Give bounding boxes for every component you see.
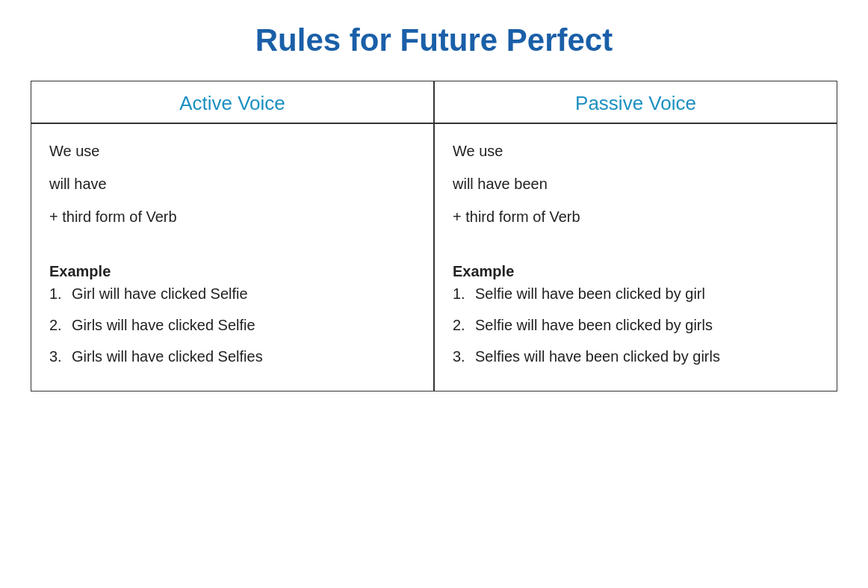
passive-voice-header: Passive Voice (434, 81, 837, 124)
active-voice-header: Active Voice (31, 81, 435, 124)
examples-row: Example 1.Girl will have clicked Selfie … (31, 250, 837, 392)
passive-example-label: Example (453, 263, 819, 280)
page-title: Rules for Future Perfect (31, 22, 837, 58)
passive-example-2: 2.Selfie will have been clicked by girls (453, 315, 819, 335)
active-rule-2: will have (49, 170, 415, 197)
passive-rule-1: We use (453, 137, 819, 164)
passive-rules-cell: We use will have been + third form of Ve… (434, 123, 837, 250)
passive-example-3: 3.Selfies will have been clicked by girl… (453, 346, 819, 367)
passive-examples-list: 1.Selfie will have been clicked by girl … (453, 283, 819, 367)
page-container: Rules for Future Perfect Active Voice Pa… (31, 22, 837, 392)
active-rule-1: We use (49, 137, 415, 164)
active-example-label: Example (49, 263, 415, 280)
passive-example-1: 1.Selfie will have been clicked by girl (453, 283, 819, 304)
active-example-3: 3.Girls will have clicked Selfies (49, 346, 415, 367)
passive-rule-2: will have been (453, 170, 819, 197)
active-example-2: 2.Girls will have clicked Selfie (49, 315, 415, 335)
active-rule-3: + third form of Verb (49, 203, 415, 230)
active-rules-cell: We use will have + third form of Verb (31, 123, 435, 250)
active-examples-list: 1.Girl will have clicked Selfie 2.Girls … (49, 283, 415, 367)
active-examples-cell: Example 1.Girl will have clicked Selfie … (31, 250, 435, 392)
passive-examples-cell: Example 1.Selfie will have been clicked … (434, 250, 837, 392)
active-example-1: 1.Girl will have clicked Selfie (49, 283, 415, 304)
rules-table: Active Voice Passive Voice We use will h… (31, 81, 837, 392)
passive-rule-3: + third form of Verb (453, 203, 819, 230)
rules-row: We use will have + third form of Verb We… (31, 123, 837, 250)
